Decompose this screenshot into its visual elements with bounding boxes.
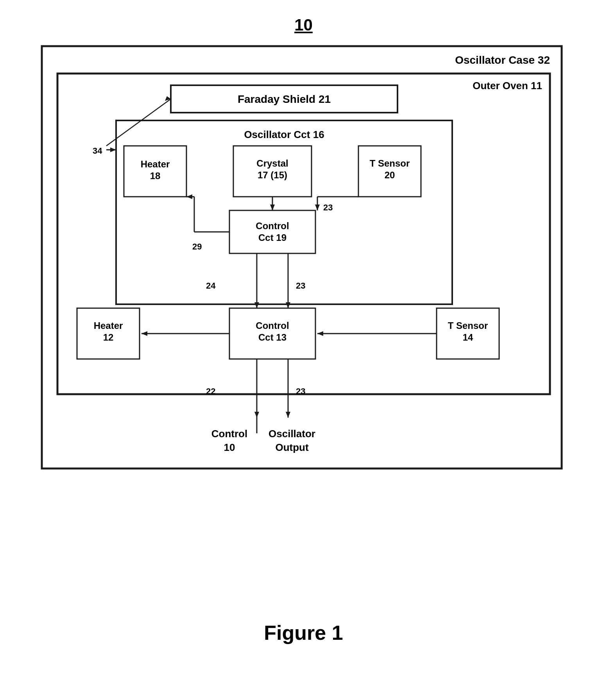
crystal-line2: 17 (15) [257,170,287,180]
bottom-ref: 10 [224,442,235,453]
bottom-right-label: Oscillator [269,428,315,440]
bottom-output: Output [275,442,309,453]
ref-22: 22 [206,386,215,396]
bottom-left-label: Control [211,428,247,440]
outer-oven-label: Outer Oven 11 [473,80,542,92]
ref-23c: 23 [296,386,305,396]
tsensor14-line1: T Sensor [448,320,488,331]
ref-34: 34 [93,146,102,156]
tsensor14-line2: 14 [462,332,473,343]
control-cct13-line1: Control [256,320,289,331]
diagram-svg: Oscillator Case 32 Outer Oven 11 Faraday… [38,42,569,598]
diagram-area: Oscillator Case 32 Outer Oven 11 Faraday… [34,42,573,598]
heater12-line1: Heater [93,320,123,331]
oscillator-cct-label: Oscillator Cct 16 [244,129,324,140]
tsensor20-line2: 20 [384,170,395,180]
top-label: 10 [294,16,313,34]
oscillator-case-label: Oscillator Case 32 [455,54,550,66]
ref-23b: 23 [296,281,305,291]
control-cct13-line2: Cct 13 [258,332,286,343]
heater18-line1: Heater [140,159,170,169]
svg-rect-7 [229,210,315,253]
control-cct19-line1: Control [256,221,289,231]
faraday-shield-label: Faraday Shield 21 [237,93,330,105]
heater12-line2: 12 [103,332,113,343]
heater18-line2: 18 [150,171,160,181]
tsensor20-line1: T Sensor [369,158,410,169]
ref-23a: 23 [323,203,333,212]
ref-24: 24 [206,281,216,291]
control-cct19-line2: Cct 19 [258,232,286,243]
ref-29: 29 [192,242,202,251]
figure-label: Figure 1 [264,621,343,644]
crystal-line1: Crystal [256,158,288,169]
